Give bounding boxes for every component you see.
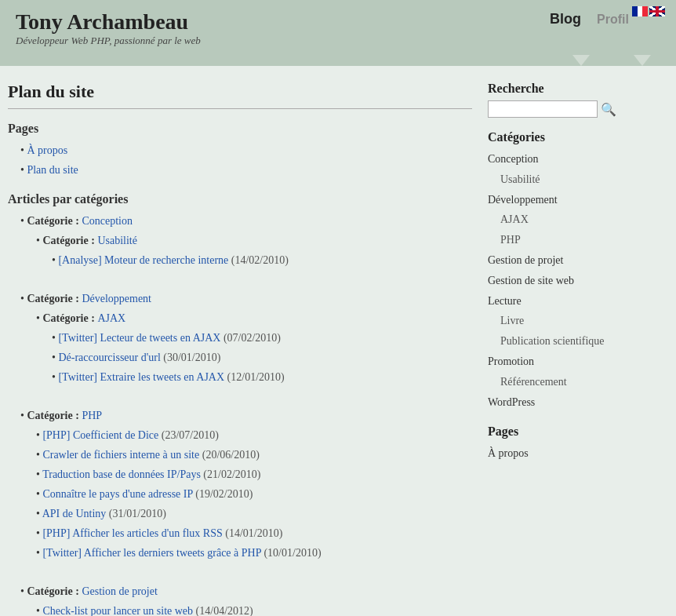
- list-item: À propos: [488, 443, 660, 464]
- link-article[interactable]: Traduction base de données IP/Pays: [42, 468, 201, 480]
- language-flags[interactable]: [632, 6, 665, 16]
- article-date: (23/07/2010): [162, 429, 219, 441]
- sidebar-pages-list: À propos: [488, 443, 660, 464]
- link-article[interactable]: Dé-raccourcisseur d'url: [58, 352, 160, 363]
- sidebar-link-apropos[interactable]: À propos: [488, 447, 529, 459]
- sidebar-link-ajax[interactable]: AJAX: [500, 213, 529, 225]
- article-date: (07/02/2010): [224, 332, 281, 344]
- link-article[interactable]: [Twitter] Lecteur de tweets en AJAX: [58, 332, 220, 344]
- list-item: Connaître le pays d'une adresse IP (19/0…: [36, 486, 472, 502]
- flag-english[interactable]: [649, 6, 665, 16]
- list-item: API de Untiny (31/01/2010): [36, 505, 472, 522]
- nav-profil[interactable]: Profil: [597, 13, 629, 27]
- cat-gestion-list: Catégorie : Gestion de projet Check-list…: [20, 583, 472, 616]
- sidebar-link-gestion-projet[interactable]: Gestion de projet: [488, 254, 563, 266]
- list-item: Check-list pour lancer un site web (14/0…: [36, 603, 472, 616]
- list-item: Conception: [488, 149, 660, 169]
- sidebar-link-lecture[interactable]: Lecture: [488, 295, 522, 307]
- cat-label: Catégorie :: [27, 293, 82, 304]
- articles-section: Articles par catégories Catégorie : Conc…: [8, 192, 472, 616]
- list-item: PHP: [488, 230, 660, 250]
- sidebar: Recherche 🔍 Catégories Conception Usabil…: [488, 82, 660, 616]
- link-plan[interactable]: Plan du site: [27, 164, 78, 176]
- sidebar-link-usabilite[interactable]: Usabilité: [500, 173, 540, 185]
- article-date: (14/04/2012): [196, 605, 253, 616]
- cat-label: Catégorie :: [27, 585, 82, 597]
- list-item: Crawler de fichiers interne à un site (2…: [36, 447, 472, 463]
- list-item: Lecture: [488, 291, 660, 312]
- link-article[interactable]: [PHP] Afficher les articles d'un flux RS…: [42, 527, 222, 539]
- categories-label: Catégories: [488, 130, 660, 144]
- link-article[interactable]: Check-list pour lancer un site web: [42, 605, 193, 616]
- sidebar-pages-label: Pages: [488, 425, 660, 439]
- nav-arrow-profil: [634, 55, 651, 66]
- sidebar-link-developpement[interactable]: Développement: [488, 194, 558, 206]
- sidebar-link-promotion[interactable]: Promotion: [488, 355, 534, 367]
- link-apropos[interactable]: À propos: [27, 144, 67, 156]
- search-input[interactable]: [488, 100, 598, 118]
- list-item: AJAX: [488, 210, 660, 230]
- cat-label: Catégorie :: [42, 312, 97, 324]
- site-tagline: Développeur Web PHP, passionné par le we…: [16, 35, 660, 47]
- search-icon[interactable]: 🔍: [601, 102, 616, 117]
- sidebar-link-wordpress[interactable]: WordPress: [488, 396, 535, 408]
- page-title: Plan du site: [8, 82, 472, 109]
- pages-section: Pages À propos Plan du site: [8, 122, 472, 178]
- main-content: Plan du site Pages À propos Plan du site…: [8, 82, 472, 616]
- list-item: [Twitter] Lecteur de tweets en AJAX (07/…: [52, 330, 472, 346]
- link-article[interactable]: API de Untiny: [42, 508, 107, 519]
- article-date: (30/01/2010): [163, 352, 220, 363]
- link-article[interactable]: Crawler de fichiers interne à un site: [42, 449, 199, 461]
- list-item: Catégorie : Usabilité [Analyse] Moteur d…: [36, 232, 472, 268]
- list-item: Catégorie : Conception Catégorie : Usabi…: [20, 213, 472, 268]
- link-conception[interactable]: Conception: [82, 215, 133, 227]
- cat-label: Catégorie :: [42, 235, 97, 246]
- link-usabilite[interactable]: Usabilité: [97, 235, 137, 246]
- sidebar-link-livre[interactable]: Livre: [500, 315, 524, 326]
- sidebar-link-publication[interactable]: Publication scientifique: [500, 335, 605, 347]
- list-item: À propos: [20, 142, 472, 159]
- list-item: Développement: [488, 190, 660, 210]
- list-item: Plan du site: [20, 162, 472, 178]
- list-item: [PHP] Afficher les articles d'un flux RS…: [36, 525, 472, 541]
- cat-php-list: Catégorie : PHP [PHP] Coefficient de Dic…: [20, 407, 472, 561]
- categories-list: Conception Usabilité Développement AJAX …: [488, 149, 660, 412]
- article-date: (12/01/2010): [227, 371, 285, 383]
- list-item: Catégorie : Développement Catégorie : AJ…: [20, 290, 472, 385]
- sidebar-link-gestion-site[interactable]: Gestion de site web: [488, 275, 574, 286]
- sidebar-link-referencement[interactable]: Référencement: [500, 376, 567, 388]
- search-section: Recherche 🔍: [488, 82, 660, 118]
- flag-french[interactable]: [632, 6, 648, 16]
- site-header: Tony Archambeau Développeur Web PHP, pas…: [0, 0, 676, 55]
- list-item: Référencement: [488, 372, 660, 392]
- link-article[interactable]: [Twitter] Extraire les tweets en AJAX: [58, 371, 224, 383]
- sidebar-link-php[interactable]: PHP: [500, 234, 521, 246]
- list-item: WordPress: [488, 392, 660, 413]
- link-ajax[interactable]: AJAX: [97, 312, 125, 324]
- list-item: [PHP] Coefficient de Dice (23/07/2010): [36, 427, 472, 443]
- article-date: (10/01/2010): [263, 547, 321, 559]
- nav-arrow-blog: [572, 55, 590, 66]
- link-article[interactable]: Connaître le pays d'une adresse IP: [42, 488, 192, 500]
- categories-section: Catégories Conception Usabilité Développ…: [488, 130, 660, 412]
- sidebar-pages-section: Pages À propos: [488, 425, 660, 464]
- link-php[interactable]: PHP: [82, 410, 102, 421]
- cat-label: Catégorie :: [27, 410, 82, 421]
- nav-blog[interactable]: Blog: [550, 11, 581, 27]
- link-gestion[interactable]: Gestion de projet: [82, 585, 157, 597]
- list-item: [Twitter] Extraire les tweets en AJAX (1…: [52, 369, 472, 385]
- article-date: (20/06/2010): [202, 449, 260, 461]
- articles-heading: Articles par catégories: [8, 192, 472, 206]
- sidebar-link-conception[interactable]: Conception: [488, 153, 539, 165]
- article-date: (14/02/2010): [231, 254, 289, 266]
- list-item: Promotion: [488, 352, 660, 372]
- link-article[interactable]: [Analyse] Moteur de recherche interne: [58, 254, 228, 266]
- link-article[interactable]: [Twitter] Afficher les derniers tweets g…: [42, 547, 261, 559]
- link-developpement[interactable]: Développement: [82, 293, 151, 304]
- list-item: Dé-raccourcisseur d'url (30/01/2010): [52, 349, 472, 366]
- list-item: Catégorie : Gestion de projet Check-list…: [20, 583, 472, 616]
- search-label: Recherche: [488, 82, 660, 96]
- link-article[interactable]: [PHP] Coefficient de Dice: [42, 429, 158, 441]
- list-item: Catégorie : AJAX [Twitter] Lecteur de tw…: [36, 310, 472, 385]
- cat-developpement-list: Catégorie : Développement Catégorie : AJ…: [20, 290, 472, 385]
